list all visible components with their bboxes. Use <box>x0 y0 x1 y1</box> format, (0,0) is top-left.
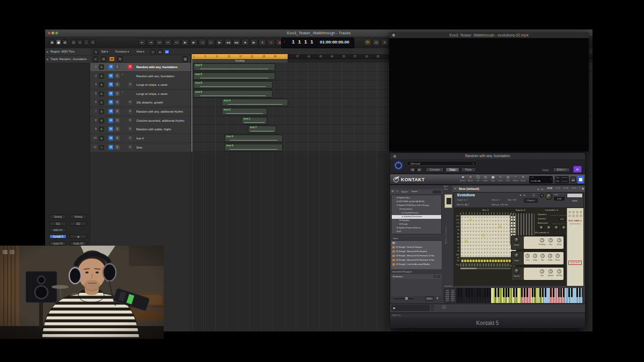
dynamics-slider[interactable] <box>551 215 566 216</box>
toolbar-icon-3[interactable]: ◎ <box>71 39 76 45</box>
max-voices-readout[interactable]: Max: 256 <box>508 199 516 201</box>
mute-button[interactable]: M <box>108 100 113 105</box>
file-item[interactable]: 05 Straight - Crotchet Accented Rhythm <box>391 263 442 267</box>
solo-button[interactable]: S <box>115 118 120 123</box>
pointer-tool-icon[interactable]: ↖ <box>93 49 99 54</box>
compare-button[interactable]: Compare <box>426 167 444 172</box>
options-button[interactable]: *Options <box>512 175 519 184</box>
browser-zoom-slider[interactable] <box>393 298 414 299</box>
record-enable-button[interactable]: R <box>128 127 133 131</box>
solo-button[interactable]: S <box>115 109 120 114</box>
track-row[interactable]: 5 ≋ M S * Longs w/ wisps, e cants <box>90 90 191 99</box>
mute-button[interactable]: M <box>108 118 113 123</box>
midi-channel-readout[interactable]: Midi Ch: [A] 1 <box>457 204 469 206</box>
output-audiofx-slot[interactable]: Audio FX <box>70 241 87 246</box>
tuner-button[interactable]: ± <box>381 39 389 46</box>
reverb-size-knob[interactable] <box>548 238 553 242</box>
transport-locator-left[interactable]: ◁ <box>199 39 206 46</box>
reverb-amount-knob[interactable] <box>514 237 519 243</box>
link-icon[interactable]: ∞ <box>573 166 582 173</box>
tree-item[interactable]: ⊞ ST <box>392 230 442 234</box>
expand-icon[interactable]: ⊞ <box>397 197 398 199</box>
track-name[interactable]: Random with subtle, highs <box>136 128 171 131</box>
transport-stop[interactable]: ■ <box>241 39 249 46</box>
autopunch-button[interactable]: ◎ <box>372 39 380 46</box>
mute-button[interactable]: M <box>108 73 113 78</box>
reverb-return-knob[interactable] <box>557 238 561 242</box>
tapesat-gain-knob[interactable] <box>540 269 544 274</box>
track-row[interactable]: 2 ≋ M S ◦ R Random with any, foundation <box>90 63 191 72</box>
lcd-position[interactable]: 1 1 1 1 <box>292 39 320 45</box>
controllers-section-header[interactable]: Controllers ⊙ <box>537 209 567 211</box>
tree-item[interactable]: ⊞ Spitfire Product Release <box>392 226 442 230</box>
track-zoom-preset-button[interactable]: ▥ <box>182 56 188 62</box>
preset-next-button[interactable]: ▶ <box>416 167 422 172</box>
mute-button[interactable]: M <box>108 136 113 141</box>
tree-item[interactable]: ⊞ SPITFIRE old (Ref ALBION) <box>392 200 442 204</box>
transport-go-end[interactable]: ⇥ <box>147 39 155 46</box>
midi-region[interactable]: Inst 5 <box>193 72 275 80</box>
grid-active-cell[interactable] <box>499 225 501 228</box>
track-name[interactable]: Random with any, foundation <box>136 65 178 69</box>
freeze-icon[interactable]: ◦ <box>122 83 123 86</box>
record-enable-button[interactable]: R <box>128 64 133 69</box>
channel-eq-slot[interactable]: EQ <box>49 221 67 226</box>
file-item[interactable]: 02 Straight - Measured 16s Hairpins <box>391 250 442 254</box>
channel-setting-button[interactable]: Setting <box>49 215 67 219</box>
track-row[interactable]: 11 ∿ M S ◦ R Sine <box>90 143 191 152</box>
file-item[interactable]: 04 Straight - Measured 16s Harmonic To S… <box>391 258 442 262</box>
midi-region[interactable]: Inst 5 <box>193 63 275 71</box>
transport-go-begin[interactable]: ⇤ <box>138 39 146 46</box>
navigator-button-1[interactable] <box>434 275 436 278</box>
solo-button[interactable]: S <box>115 100 120 105</box>
page-button-2[interactable]: 17-32 <box>555 187 560 189</box>
record-enable-button[interactable]: R <box>128 109 133 114</box>
instrument-info-icon[interactable]: ⓘ <box>532 193 535 196</box>
navigator-row[interactable]: Evolutions <box>391 274 442 279</box>
transport-record[interactable]: ● <box>267 39 275 46</box>
track-name[interactable]: 16s detache, growth <box>136 101 163 104</box>
multi-next[interactable]: ▶ <box>541 188 543 190</box>
pan-slider-row[interactable] <box>460 263 516 267</box>
file-tree[interactable]: ⊞ Spitfire Mics ⊞ SPITFIRE old (Ref ALBI… <box>391 195 442 234</box>
tree-item-selected[interactable]: ▸ Individual Evolutions <box>392 215 442 219</box>
navigator-item[interactable]: Evolutions <box>393 275 402 278</box>
midi-region[interactable]: Inst 1 <box>241 117 267 124</box>
track-name[interactable]: Random with any, foundation <box>136 75 174 78</box>
transport-play[interactable]: ▶ <box>250 39 258 46</box>
delay-pan-knob[interactable] <box>540 254 545 258</box>
expression-slider[interactable] <box>553 224 566 224</box>
script-slot[interactable]: ▶ <box>391 305 430 311</box>
tree-item[interactable]: ⊞ Scripts <box>392 223 442 226</box>
info-button[interactable]: ⓘInfo <box>474 175 481 184</box>
track-name[interactable]: Random with any, additional rhythm <box>136 110 183 113</box>
toolbar-icon-2[interactable]: ▤ <box>62 39 68 45</box>
file-list-header[interactable]: Name <box>391 237 442 241</box>
multi-prev[interactable]: ◀ <box>537 188 539 190</box>
track-row[interactable]: 8 ≋ M S ◦ R Crotchet accented, additiona… <box>90 116 191 125</box>
mute-button[interactable]: M <box>108 145 113 150</box>
tree-item[interactable]: ⊟ Spitfire PP028 Evo Grid 3 Strings <box>392 204 442 208</box>
midi-in-filter-icon[interactable]: ▼ <box>164 49 170 54</box>
evo-grid[interactable] <box>460 215 516 257</box>
freeze-icon[interactable]: ◦ <box>122 100 123 104</box>
preset-prev-button[interactable]: ◀ <box>409 167 415 172</box>
track-row[interactable]: 10 ≋ M S ◦ R Inst 4 <box>90 134 191 143</box>
playhead[interactable] <box>192 54 192 152</box>
duplicate-track-button[interactable]: ⧉ <box>101 56 106 62</box>
transport-play-marquee[interactable]: ▶ <box>216 39 223 46</box>
mute-button[interactable]: M <box>108 109 113 114</box>
mod-wheel[interactable] <box>451 290 455 301</box>
multi-header[interactable]: ▾ New (default) ◀ ▶ 01-16 17-32 33-48 49… <box>452 186 585 192</box>
track-row[interactable]: 6 ≋ M S ◦ R 16s detache, growth <box>90 98 191 107</box>
transport-play-selection[interactable]: ▶ <box>181 39 189 46</box>
delay-feedback-knob[interactable] <box>548 254 552 258</box>
lcd-time[interactable]: 01:00:00:00.00 <box>320 40 353 45</box>
tapesat-amount-knob[interactable] <box>514 268 519 274</box>
tree-item[interactable]: ⊞ Spitfire Mics <box>392 196 442 200</box>
solo-tracks-button[interactable]: S <box>117 56 123 62</box>
refresh-icon[interactable]: ⟳ <box>392 190 394 193</box>
toolbar-icon-6[interactable]: × <box>90 39 96 45</box>
pitch-wheel[interactable] <box>445 290 449 301</box>
fx-controls-header[interactable]: FX controls ⊙ <box>523 231 561 234</box>
